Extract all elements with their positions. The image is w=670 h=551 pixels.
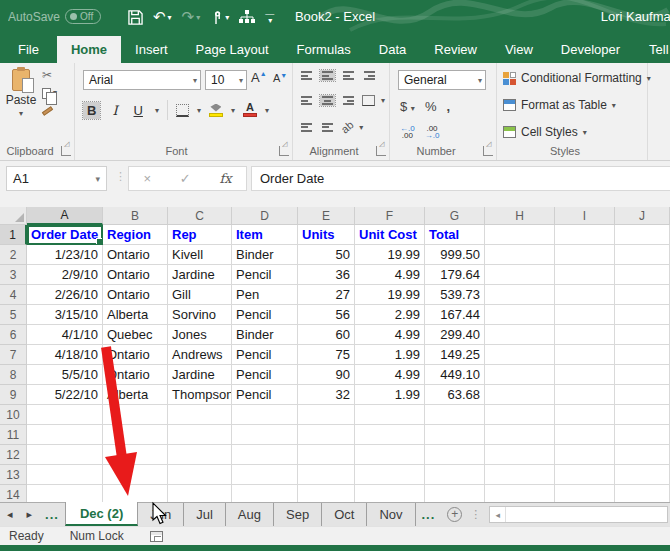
cell-G4[interactable]: 539.73 (425, 285, 485, 305)
name-box[interactable]: A1▾ (6, 166, 107, 191)
column-header-E[interactable]: E (298, 207, 355, 225)
cell-F12[interactable] (355, 445, 425, 465)
cell-I5[interactable] (555, 305, 615, 325)
cell-E2[interactable]: 50 (298, 245, 355, 265)
cell-D4[interactable]: Pen (232, 285, 298, 305)
row-header-6[interactable]: 6 (0, 325, 27, 345)
cell-H10[interactable] (485, 405, 555, 425)
cell-E11[interactable] (298, 425, 355, 445)
cell-A6[interactable]: 4/1/10 (27, 325, 103, 345)
column-header-I[interactable]: I (555, 207, 615, 225)
cell-B14[interactable] (103, 485, 168, 502)
cell-B1[interactable]: Region (103, 225, 168, 245)
cell-I9[interactable] (555, 385, 615, 405)
horizontal-scrollbar[interactable]: ◂ (489, 506, 668, 523)
cell-C14[interactable] (168, 485, 232, 502)
percent-button[interactable]: % (425, 99, 437, 114)
select-all-corner[interactable] (0, 207, 27, 225)
cell-J9[interactable] (615, 385, 670, 405)
cell-C7[interactable]: Andrews (168, 345, 232, 365)
cell-J11[interactable] (615, 425, 670, 445)
cell-C4[interactable]: Gill (168, 285, 232, 305)
sheet-tab-sep[interactable]: Sep (274, 503, 322, 526)
column-header-J[interactable]: J (615, 207, 670, 225)
cell-H3[interactable] (485, 265, 555, 285)
cell-I7[interactable] (555, 345, 615, 365)
cell-I6[interactable] (555, 325, 615, 345)
cell-H8[interactable] (485, 365, 555, 385)
bottom-align-button[interactable] (341, 70, 356, 81)
column-header-F[interactable]: F (355, 207, 425, 225)
cell-F1[interactable]: Unit Cost (355, 225, 425, 245)
cell-F7[interactable]: 1.99 (355, 345, 425, 365)
cell-D11[interactable] (232, 425, 298, 445)
cell-C13[interactable] (168, 465, 232, 485)
sheet-tab-jun[interactable]: Jun (138, 503, 184, 526)
cell-B10[interactable] (103, 405, 168, 425)
cell-J14[interactable] (615, 485, 670, 502)
cell-C6[interactable]: Jones (168, 325, 232, 345)
cell-B2[interactable]: Ontario (103, 245, 168, 265)
tab-review[interactable]: Review (420, 36, 491, 63)
decrease-decimal-button[interactable]: .00→.0 (425, 125, 440, 139)
cell-A1[interactable]: Order Date (27, 225, 103, 245)
borders-dropdown-icon[interactable]: ▾ (197, 106, 201, 115)
cell-A9[interactable]: 5/22/10 (27, 385, 103, 405)
cancel-button[interactable]: × (143, 171, 151, 186)
cell-D14[interactable] (232, 485, 298, 502)
cell-E7[interactable]: 75 (298, 345, 355, 365)
align-right-button[interactable] (341, 95, 356, 106)
cell-G1[interactable]: Total (425, 225, 485, 245)
cell-B13[interactable] (103, 465, 168, 485)
row-header-12[interactable]: 12 (0, 445, 27, 465)
cell-I8[interactable] (555, 365, 615, 385)
cell-A2[interactable]: 1/23/10 (27, 245, 103, 265)
alignment-dialog-launcher[interactable] (376, 146, 386, 156)
underline-dropdown-icon[interactable]: ▾ (155, 106, 159, 115)
sheet-overflow-right[interactable]: ... (416, 503, 442, 526)
cell-B8[interactable]: Ontario (103, 365, 168, 385)
cell-F6[interactable]: 4.99 (355, 325, 425, 345)
column-header-A[interactable]: A (27, 207, 103, 225)
cell-C11[interactable] (168, 425, 232, 445)
column-header-B[interactable]: B (103, 207, 168, 225)
cell-J10[interactable] (615, 405, 670, 425)
new-sheet-button[interactable]: + (447, 503, 462, 526)
cell-I12[interactable] (555, 445, 615, 465)
increase-decimal-button[interactable]: ←.0.00 (400, 125, 415, 139)
cell-D12[interactable] (232, 445, 298, 465)
cell-J3[interactable] (615, 265, 670, 285)
currency-dropdown-icon[interactable]: ▾ (411, 104, 415, 113)
grow-font-button[interactable]: A▲ (251, 70, 267, 85)
cell-E5[interactable]: 56 (298, 305, 355, 325)
cell-I13[interactable] (555, 465, 615, 485)
cell-H14[interactable] (485, 485, 555, 502)
tab-developer[interactable]: Developer (547, 36, 634, 63)
bold-button[interactable]: B (83, 102, 100, 119)
cell-A10[interactable] (27, 405, 103, 425)
cell-G7[interactable]: 149.25 (425, 345, 485, 365)
cell-A14[interactable] (27, 485, 103, 502)
cell-D5[interactable]: Pencil (232, 305, 298, 325)
decrease-indent-button[interactable] (299, 122, 314, 133)
cell-G5[interactable]: 167.44 (425, 305, 485, 325)
cell-I14[interactable] (555, 485, 615, 502)
insert-function-button[interactable]: fx (219, 171, 231, 186)
cell-C9[interactable]: Thompson (168, 385, 232, 405)
cell-G10[interactable] (425, 405, 485, 425)
cell-E8[interactable]: 90 (298, 365, 355, 385)
fill-color-dropdown-icon[interactable]: ▾ (231, 106, 235, 115)
cell-A5[interactable]: 3/15/10 (27, 305, 103, 325)
cell-I2[interactable] (555, 245, 615, 265)
cell-H12[interactable] (485, 445, 555, 465)
cell-J4[interactable] (615, 285, 670, 305)
font-color-button[interactable]: A (243, 103, 257, 117)
row-header-1[interactable]: 1 (0, 225, 27, 245)
cell-H5[interactable] (485, 305, 555, 325)
cell-D2[interactable]: Binder (232, 245, 298, 265)
formula-input[interactable]: Order Date (251, 166, 670, 191)
merge-dropdown-icon[interactable]: ▾ (381, 96, 385, 105)
cell-F5[interactable]: 2.99 (355, 305, 425, 325)
cell-C1[interactable]: Rep (168, 225, 232, 245)
cell-E3[interactable]: 36 (298, 265, 355, 285)
